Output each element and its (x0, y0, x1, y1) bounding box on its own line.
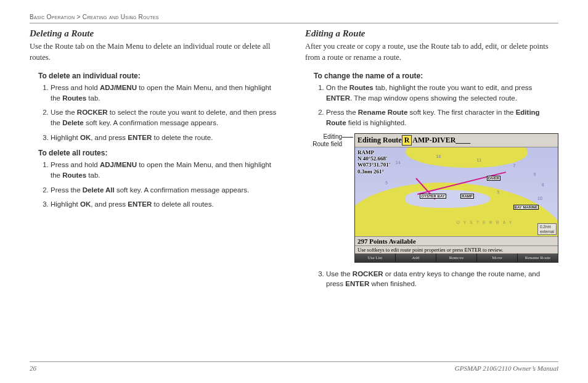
proc-title-rename: To change the name of a route: (314, 72, 558, 80)
water-shape-icon (406, 190, 491, 208)
waypoint-label: BAY MARINE (513, 205, 539, 210)
map-scale: 0.2nm external (537, 223, 557, 234)
depth-number: 16 (436, 154, 441, 159)
softkey-move[interactable]: Move (477, 253, 518, 262)
step: Highlight OK, and press ENTER to delete … (51, 199, 283, 210)
titlebar-rest: AMP-DIVER____ (412, 136, 470, 145)
proc-title-delete-one: To delete an individual route: (38, 72, 283, 80)
position-info: RAMP N 40°52.668' W073°31.701' 0.3nm 261… (356, 149, 391, 175)
right-column: Editing a Route After you create or copy… (305, 28, 558, 294)
map-area: RAMP N 40°52.668' W073°31.701' 0.3nm 261… (355, 147, 558, 236)
depth-number: 11 (476, 158, 481, 162)
depth-number: 9 (534, 172, 536, 176)
land-shape-icon (406, 147, 527, 168)
cursor-char: R (402, 135, 412, 146)
step: Press and hold ADJ/MENU to open the Main… (51, 83, 283, 103)
waypoint-label: RAMP (460, 194, 474, 199)
depth-number: 5 (385, 181, 388, 185)
breadcrumb-sep: > (75, 14, 82, 20)
softkey-remove[interactable]: Remove (436, 253, 477, 262)
points-available: 297 Points Available (355, 236, 558, 245)
step: Press the Delete All soft key. A confirm… (51, 185, 283, 196)
steps-delete-all: Press and hold ADJ/MENU to open the Main… (51, 160, 283, 210)
waypoint-label: DIVER (487, 176, 500, 181)
softkey-use-list[interactable]: Use List (355, 253, 396, 262)
manual-title: GPSMAP 2106/2110 Owner’s Manual (455, 364, 558, 372)
figure-wrap: Editing Route field Editing Route R AMP-… (310, 133, 558, 263)
step: On the Routes tab, highlight the route y… (326, 83, 558, 103)
steps-delete-one: Press and hold ADJ/MENU to open the Main… (51, 83, 283, 142)
breadcrumb: Basic Operation > Creating and Using Rou… (30, 14, 558, 23)
editing-route-field: Editing Route R AMP-DIVER____ (355, 134, 558, 147)
figure-callout: Editing Route field (310, 133, 342, 148)
step: Use the ROCKER to select the route you w… (51, 107, 283, 128)
breadcrumb-sub: Creating and Using Routes (83, 14, 159, 20)
softkey-hint: Use softkeys to edit route point propert… (355, 245, 558, 253)
page-number: 26 (30, 364, 36, 372)
steps-rename-pre: On the Routes tab, highlight the route y… (326, 83, 558, 128)
step: Highlight OK, and press ENTER to delete … (51, 133, 283, 143)
depth-number: 3 (497, 190, 499, 194)
step: Use the ROCKER or data entry keys to cha… (326, 269, 558, 289)
depth-number: 8 (542, 183, 544, 187)
step: Press the Rename Route soft key. The fir… (326, 107, 558, 128)
bay-label: O Y S T E R B A Y (457, 220, 513, 224)
steps-rename-post: Use the ROCKER or data entry keys to cha… (326, 269, 558, 289)
titlebar-label: Editing Route (357, 136, 402, 145)
step: Press and hold ADJ/MENU to open the Main… (51, 160, 283, 180)
softkey-add[interactable]: Add (396, 253, 436, 262)
gps-screenshot: Editing Route R AMP-DIVER____ RAMP N 40°… (354, 133, 558, 263)
breadcrumb-section: Basic Operation (30, 14, 75, 20)
callout-line-icon (342, 137, 353, 138)
intro-deleting: Use the Route tab on the Main Menu to de… (30, 41, 283, 63)
intro-editing: After you create or copy a route, use th… (305, 41, 558, 63)
depth-number: 7 (513, 163, 516, 168)
depth-number: 14 (396, 160, 401, 165)
page-footer: 26 GPSMAP 2106/2110 Owner’s Manual (30, 361, 558, 372)
heading-deleting: Deleting a Route (30, 28, 283, 39)
heading-editing: Editing a Route (305, 28, 558, 39)
proc-title-delete-all: To delete all routes: (38, 149, 283, 157)
left-column: Deleting a Route Use the Route tab on th… (30, 28, 283, 294)
depth-number: 10 (537, 196, 542, 200)
waypoint-label: OYSTER BAY (420, 194, 446, 199)
softkey-rename-route[interactable]: Rename Route (518, 253, 558, 262)
softkey-bar: Use List Add Remove Move Rename Route (355, 253, 558, 262)
